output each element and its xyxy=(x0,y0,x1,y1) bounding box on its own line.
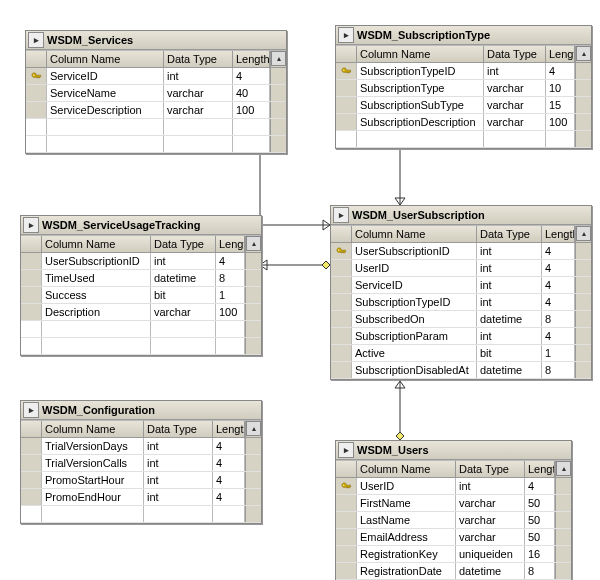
col-name: ServiceID xyxy=(352,277,477,293)
title-bar[interactable]: ▸ WSDM_Services xyxy=(26,31,286,50)
table-wsdm-configuration[interactable]: ▸ WSDM_Configuration Column Name Data Ty… xyxy=(20,400,262,524)
table-row[interactable] xyxy=(21,338,261,355)
grid-body: ServiceIDint4ServiceNamevarchar40Service… xyxy=(26,68,286,153)
table-row[interactable]: UserIDint4 xyxy=(331,260,591,277)
col-header-type[interactable]: Data Type xyxy=(151,236,216,252)
table-row[interactable]: EmailAddressvarchar50 xyxy=(336,529,571,546)
col-header-name[interactable]: Column Name xyxy=(357,461,456,477)
table-row[interactable]: Successbit1 xyxy=(21,287,261,304)
col-name: TrialVersionCalls xyxy=(42,455,144,471)
col-type: bit xyxy=(477,345,542,361)
table-wsdm-services[interactable]: ▸ WSDM_Services Column Name Data Type Le… xyxy=(25,30,287,154)
table-row[interactable]: FirstNamevarchar50 xyxy=(336,495,571,512)
table-row[interactable]: SubscriptionSubTypevarchar15 xyxy=(336,97,591,114)
sysmenu-icon[interactable]: ▸ xyxy=(23,217,39,233)
col-header-name[interactable]: Column Name xyxy=(42,421,144,437)
pk-indicator xyxy=(21,455,42,471)
col-header-name[interactable]: Column Name xyxy=(47,51,164,67)
svg-point-0 xyxy=(33,74,34,75)
sysmenu-icon[interactable]: ▸ xyxy=(23,402,39,418)
scroll-up-icon[interactable]: ▴ xyxy=(271,51,286,66)
table-row[interactable]: SubscriptionDescriptionvarchar100 xyxy=(336,114,591,131)
table-row[interactable]: Activebit1 xyxy=(331,345,591,362)
col-header-name[interactable]: Column Name xyxy=(352,226,477,242)
col-header-type[interactable]: Data Type xyxy=(477,226,542,242)
table-row[interactable] xyxy=(21,321,261,338)
table-row[interactable]: UserSubscriptionIDint4 xyxy=(331,243,591,260)
table-row[interactable]: SubscriptionTypevarchar10 xyxy=(336,80,591,97)
table-row[interactable] xyxy=(21,506,261,523)
col-header-len[interactable]: Length xyxy=(525,461,555,477)
col-name: TrialVersionDays xyxy=(42,438,144,454)
title-bar[interactable]: ▸ WSDM_UserSubscription xyxy=(331,206,591,225)
sysmenu-icon[interactable]: ▸ xyxy=(333,207,349,223)
table-row[interactable]: RegistrationKeyuniqueiden16 xyxy=(336,546,571,563)
scroll-up-icon[interactable]: ▴ xyxy=(576,46,591,61)
table-wsdm-users[interactable]: ▸ WSDM_Users Column Name Data Type Lengt… xyxy=(335,440,572,580)
col-length: 16 xyxy=(525,546,555,562)
col-name: Active xyxy=(352,345,477,361)
col-length: 8 xyxy=(525,563,555,579)
col-type: varchar xyxy=(484,97,546,113)
col-header-type[interactable]: Data Type xyxy=(144,421,213,437)
table-row[interactable]: SubscribedOndatetime8 xyxy=(331,311,591,328)
col-header-type[interactable]: Data Type xyxy=(164,51,233,67)
table-row[interactable]: TrialVersionDaysint4 xyxy=(21,438,261,455)
col-type: varchar xyxy=(151,304,216,320)
title-bar[interactable]: ▸ WSDM_Users xyxy=(336,441,571,460)
table-row[interactable]: ServiceIDint4 xyxy=(26,68,286,85)
table-row[interactable]: SubscriptionDisabledAtdatetime8 xyxy=(331,362,591,379)
col-header-type[interactable]: Data Type xyxy=(484,46,546,62)
table-wsdm-usersubscription[interactable]: ▸ WSDM_UserSubscription Column Name Data… xyxy=(330,205,592,380)
col-header-len[interactable]: Length xyxy=(546,46,575,62)
table-row[interactable]: SubscriptionTypeIDint4 xyxy=(336,63,591,80)
col-type: datetime xyxy=(456,563,525,579)
sysmenu-icon[interactable]: ▸ xyxy=(28,32,44,48)
col-name: FirstName xyxy=(357,495,456,511)
pk-indicator xyxy=(331,294,352,310)
col-header-name[interactable]: Column Name xyxy=(357,46,484,62)
scroll-up-icon[interactable]: ▴ xyxy=(246,236,261,251)
title-bar[interactable]: ▸ WSDM_Configuration xyxy=(21,401,261,420)
table-row[interactable]: PromoStartHourint4 xyxy=(21,472,261,489)
col-name: PromoEndHour xyxy=(42,489,144,505)
scroll-up-icon[interactable]: ▴ xyxy=(246,421,261,436)
table-row[interactable] xyxy=(336,131,591,148)
col-header-type[interactable]: Data Type xyxy=(456,461,525,477)
col-type: varchar xyxy=(456,529,525,545)
table-row[interactable]: PromoEndHourint4 xyxy=(21,489,261,506)
sysmenu-icon[interactable]: ▸ xyxy=(338,442,354,458)
scroll-up-icon[interactable]: ▴ xyxy=(576,226,591,241)
title-bar[interactable]: ▸ WSDM_SubscriptionType xyxy=(336,26,591,45)
col-length: 4 xyxy=(213,438,245,454)
col-name: SubscriptionSubType xyxy=(357,97,484,113)
table-row[interactable] xyxy=(26,136,286,153)
col-name: RegistrationKey xyxy=(357,546,456,562)
table-wsdm-subscriptiontype[interactable]: ▸ WSDM_SubscriptionType Column Name Data… xyxy=(335,25,592,149)
col-length: 4 xyxy=(216,253,245,269)
scroll-up-icon[interactable]: ▴ xyxy=(556,461,571,476)
col-header-len[interactable]: Length xyxy=(213,421,245,437)
table-row[interactable] xyxy=(26,119,286,136)
table-row[interactable]: UserIDint4 xyxy=(336,478,571,495)
col-header-len[interactable]: Length xyxy=(216,236,245,252)
col-header-len[interactable]: Length xyxy=(542,226,575,242)
table-row[interactable]: TimeUseddatetime8 xyxy=(21,270,261,287)
table-row[interactable]: ServiceNamevarchar40 xyxy=(26,85,286,102)
table-row[interactable]: ServiceIDint4 xyxy=(331,277,591,294)
sysmenu-icon[interactable]: ▸ xyxy=(338,27,354,43)
col-type: int xyxy=(151,253,216,269)
table-row[interactable]: RegistrationDatedatetime8 xyxy=(336,563,571,580)
col-header-name[interactable]: Column Name xyxy=(42,236,151,252)
table-row[interactable]: LastNamevarchar50 xyxy=(336,512,571,529)
table-row[interactable]: SubscriptionParamint4 xyxy=(331,328,591,345)
title-bar[interactable]: ▸ WSDM_ServiceUsageTracking xyxy=(21,216,261,235)
table-wsdm-serviceusagetracking[interactable]: ▸ WSDM_ServiceUsageTracking Column Name … xyxy=(20,215,262,356)
table-row[interactable]: Descriptionvarchar100 xyxy=(21,304,261,321)
table-row[interactable]: TrialVersionCallsint4 xyxy=(21,455,261,472)
table-row[interactable]: SubscriptionTypeIDint4 xyxy=(331,294,591,311)
table-row[interactable]: ServiceDescriptionvarchar100 xyxy=(26,102,286,119)
table-row[interactable]: UserSubscriptionIDint4 xyxy=(21,253,261,270)
pk-indicator xyxy=(21,472,42,488)
col-header-len[interactable]: Length xyxy=(233,51,270,67)
